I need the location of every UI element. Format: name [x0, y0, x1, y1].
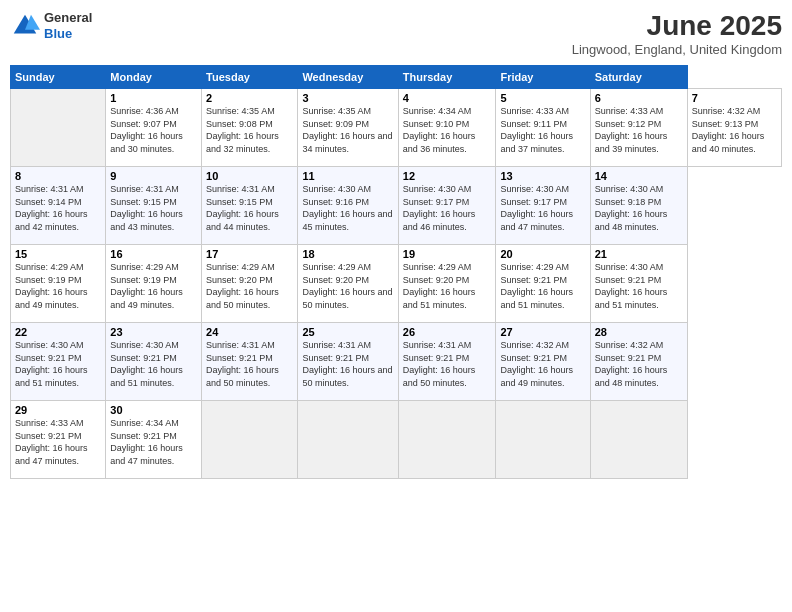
day-info: Sunrise: 4:36 AM Sunset: 9:07 PM Dayligh… — [110, 105, 197, 155]
day-info: Sunrise: 4:32 AM Sunset: 9:13 PM Dayligh… — [692, 105, 777, 155]
day-info: Sunrise: 4:35 AM Sunset: 9:08 PM Dayligh… — [206, 105, 293, 155]
calendar-cell: 17 Sunrise: 4:29 AM Sunset: 9:20 PM Dayl… — [202, 245, 298, 323]
calendar-cell: 9 Sunrise: 4:31 AM Sunset: 9:15 PM Dayli… — [106, 167, 202, 245]
day-info: Sunrise: 4:30 AM Sunset: 9:21 PM Dayligh… — [110, 339, 197, 389]
day-number: 30 — [110, 404, 197, 416]
day-info: Sunrise: 4:33 AM Sunset: 9:12 PM Dayligh… — [595, 105, 683, 155]
calendar-table: SundayMondayTuesdayWednesdayThursdayFrid… — [10, 65, 782, 479]
calendar-cell: 28 Sunrise: 4:32 AM Sunset: 9:21 PM Dayl… — [590, 323, 687, 401]
calendar-cell: 21 Sunrise: 4:30 AM Sunset: 9:21 PM Dayl… — [590, 245, 687, 323]
weekday-header: Monday — [106, 66, 202, 89]
calendar-week-row: 15 Sunrise: 4:29 AM Sunset: 9:19 PM Dayl… — [11, 245, 782, 323]
day-info: Sunrise: 4:31 AM Sunset: 9:15 PM Dayligh… — [110, 183, 197, 233]
calendar-cell: 23 Sunrise: 4:30 AM Sunset: 9:21 PM Dayl… — [106, 323, 202, 401]
calendar-cell: 6 Sunrise: 4:33 AM Sunset: 9:12 PM Dayli… — [590, 89, 687, 167]
day-number: 22 — [15, 326, 101, 338]
day-info: Sunrise: 4:31 AM Sunset: 9:14 PM Dayligh… — [15, 183, 101, 233]
logo: General Blue — [10, 10, 92, 41]
calendar-cell: 22 Sunrise: 4:30 AM Sunset: 9:21 PM Dayl… — [11, 323, 106, 401]
day-number: 9 — [110, 170, 197, 182]
calendar-week-row: 1 Sunrise: 4:36 AM Sunset: 9:07 PM Dayli… — [11, 89, 782, 167]
calendar-week-row: 29 Sunrise: 4:33 AM Sunset: 9:21 PM Dayl… — [11, 401, 782, 479]
day-number: 16 — [110, 248, 197, 260]
day-info: Sunrise: 4:29 AM Sunset: 9:19 PM Dayligh… — [110, 261, 197, 311]
calendar-cell — [496, 401, 590, 479]
logo-icon — [10, 11, 40, 41]
calendar-cell: 12 Sunrise: 4:30 AM Sunset: 9:17 PM Dayl… — [398, 167, 496, 245]
day-info: Sunrise: 4:29 AM Sunset: 9:20 PM Dayligh… — [302, 261, 393, 311]
calendar-cell: 5 Sunrise: 4:33 AM Sunset: 9:11 PM Dayli… — [496, 89, 590, 167]
day-info: Sunrise: 4:34 AM Sunset: 9:21 PM Dayligh… — [110, 417, 197, 467]
calendar-cell: 7 Sunrise: 4:32 AM Sunset: 9:13 PM Dayli… — [687, 89, 781, 167]
calendar-cell — [398, 401, 496, 479]
day-info: Sunrise: 4:30 AM Sunset: 9:16 PM Dayligh… — [302, 183, 393, 233]
day-info: Sunrise: 4:31 AM Sunset: 9:15 PM Dayligh… — [206, 183, 293, 233]
day-number: 12 — [403, 170, 492, 182]
month-title: June 2025 — [572, 10, 782, 42]
calendar-cell: 15 Sunrise: 4:29 AM Sunset: 9:19 PM Dayl… — [11, 245, 106, 323]
day-number: 28 — [595, 326, 683, 338]
calendar-cell: 13 Sunrise: 4:30 AM Sunset: 9:17 PM Dayl… — [496, 167, 590, 245]
weekday-header: Wednesday — [298, 66, 398, 89]
calendar-cell: 29 Sunrise: 4:33 AM Sunset: 9:21 PM Dayl… — [11, 401, 106, 479]
weekday-header: Thursday — [398, 66, 496, 89]
day-number: 23 — [110, 326, 197, 338]
day-number: 25 — [302, 326, 393, 338]
calendar-cell: 24 Sunrise: 4:31 AM Sunset: 9:21 PM Dayl… — [202, 323, 298, 401]
day-number: 7 — [692, 92, 777, 104]
day-number: 6 — [595, 92, 683, 104]
day-info: Sunrise: 4:31 AM Sunset: 9:21 PM Dayligh… — [206, 339, 293, 389]
calendar-cell: 25 Sunrise: 4:31 AM Sunset: 9:21 PM Dayl… — [298, 323, 398, 401]
day-number: 24 — [206, 326, 293, 338]
day-number: 4 — [403, 92, 492, 104]
day-number: 26 — [403, 326, 492, 338]
day-number: 8 — [15, 170, 101, 182]
day-number: 15 — [15, 248, 101, 260]
day-number: 21 — [595, 248, 683, 260]
day-info: Sunrise: 4:35 AM Sunset: 9:09 PM Dayligh… — [302, 105, 393, 155]
calendar-cell: 18 Sunrise: 4:29 AM Sunset: 9:20 PM Dayl… — [298, 245, 398, 323]
logo-blue: Blue — [44, 26, 92, 42]
day-info: Sunrise: 4:30 AM Sunset: 9:18 PM Dayligh… — [595, 183, 683, 233]
calendar-cell — [590, 401, 687, 479]
day-number: 19 — [403, 248, 492, 260]
day-number: 1 — [110, 92, 197, 104]
day-number: 14 — [595, 170, 683, 182]
calendar-cell: 16 Sunrise: 4:29 AM Sunset: 9:19 PM Dayl… — [106, 245, 202, 323]
day-number: 13 — [500, 170, 585, 182]
location: Lingwood, England, United Kingdom — [572, 42, 782, 57]
day-info: Sunrise: 4:30 AM Sunset: 9:17 PM Dayligh… — [403, 183, 492, 233]
day-number: 20 — [500, 248, 585, 260]
day-number: 3 — [302, 92, 393, 104]
calendar-cell: 4 Sunrise: 4:34 AM Sunset: 9:10 PM Dayli… — [398, 89, 496, 167]
calendar-cell: 2 Sunrise: 4:35 AM Sunset: 9:08 PM Dayli… — [202, 89, 298, 167]
day-info: Sunrise: 4:33 AM Sunset: 9:11 PM Dayligh… — [500, 105, 585, 155]
day-info: Sunrise: 4:31 AM Sunset: 9:21 PM Dayligh… — [403, 339, 492, 389]
day-number: 5 — [500, 92, 585, 104]
calendar-cell: 26 Sunrise: 4:31 AM Sunset: 9:21 PM Dayl… — [398, 323, 496, 401]
day-info: Sunrise: 4:31 AM Sunset: 9:21 PM Dayligh… — [302, 339, 393, 389]
day-number: 18 — [302, 248, 393, 260]
day-number: 29 — [15, 404, 101, 416]
calendar-cell: 10 Sunrise: 4:31 AM Sunset: 9:15 PM Dayl… — [202, 167, 298, 245]
calendar-cell — [202, 401, 298, 479]
calendar-cell: 19 Sunrise: 4:29 AM Sunset: 9:20 PM Dayl… — [398, 245, 496, 323]
title-block: June 2025 Lingwood, England, United King… — [572, 10, 782, 57]
day-info: Sunrise: 4:30 AM Sunset: 9:17 PM Dayligh… — [500, 183, 585, 233]
calendar-cell: 14 Sunrise: 4:30 AM Sunset: 9:18 PM Dayl… — [590, 167, 687, 245]
calendar-cell: 3 Sunrise: 4:35 AM Sunset: 9:09 PM Dayli… — [298, 89, 398, 167]
weekday-header: Saturday — [590, 66, 687, 89]
day-info: Sunrise: 4:32 AM Sunset: 9:21 PM Dayligh… — [595, 339, 683, 389]
calendar-cell: 27 Sunrise: 4:32 AM Sunset: 9:21 PM Dayl… — [496, 323, 590, 401]
calendar-week-row: 8 Sunrise: 4:31 AM Sunset: 9:14 PM Dayli… — [11, 167, 782, 245]
day-info: Sunrise: 4:32 AM Sunset: 9:21 PM Dayligh… — [500, 339, 585, 389]
day-info: Sunrise: 4:33 AM Sunset: 9:21 PM Dayligh… — [15, 417, 101, 467]
calendar-cell — [298, 401, 398, 479]
weekday-header-row: SundayMondayTuesdayWednesdayThursdayFrid… — [11, 66, 782, 89]
weekday-header: Sunday — [11, 66, 106, 89]
day-number: 11 — [302, 170, 393, 182]
day-info: Sunrise: 4:34 AM Sunset: 9:10 PM Dayligh… — [403, 105, 492, 155]
day-info: Sunrise: 4:29 AM Sunset: 9:20 PM Dayligh… — [206, 261, 293, 311]
day-info: Sunrise: 4:29 AM Sunset: 9:20 PM Dayligh… — [403, 261, 492, 311]
calendar-week-row: 22 Sunrise: 4:30 AM Sunset: 9:21 PM Dayl… — [11, 323, 782, 401]
